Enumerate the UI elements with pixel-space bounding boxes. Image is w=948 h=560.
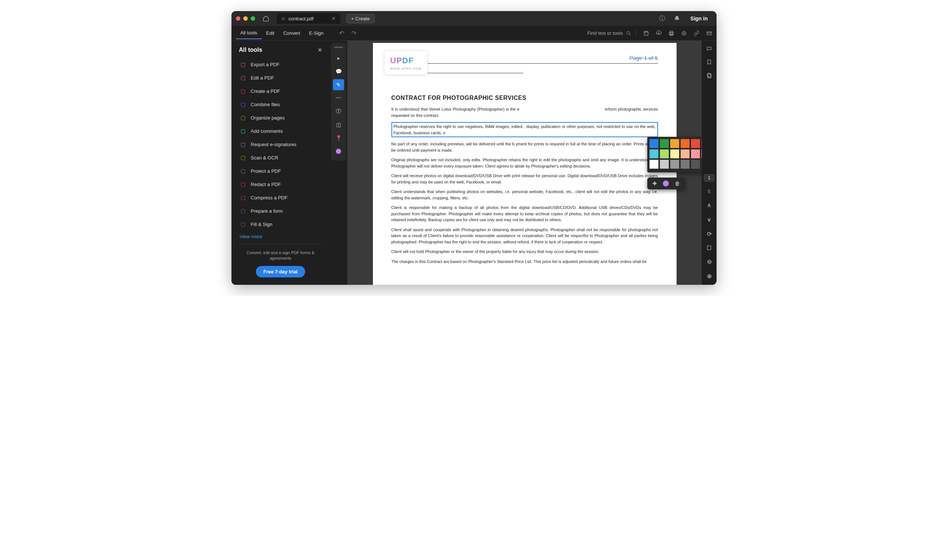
notifications-icon[interactable]: 🔔︎: [674, 15, 680, 22]
signin-button[interactable]: Sign in: [690, 15, 708, 22]
tool-item[interactable]: ▢Combine files: [236, 98, 325, 111]
svg-rect-2: [670, 31, 673, 32]
select-tool[interactable]: ▸: [333, 52, 344, 64]
tool-item[interactable]: ▢Add comments: [236, 124, 325, 138]
tool-item[interactable]: ▢Edit a PDF: [236, 71, 325, 84]
color-swatch[interactable]: [660, 149, 669, 158]
tool-icon: ▢: [239, 74, 246, 81]
print-icon[interactable]: [669, 30, 674, 36]
tool-icon: ▢: [239, 88, 246, 94]
highlighted-text[interactable]: Photographer reserves the right to use n…: [391, 122, 658, 137]
annotation-popup: ✚ 🗑: [647, 177, 685, 189]
color-swatch[interactable]: [701, 149, 702, 158]
tool-icon: ▢: [239, 194, 246, 201]
bookmarks-panel-icon[interactable]: [706, 59, 712, 65]
current-color-icon[interactable]: [663, 180, 669, 186]
view-more-link[interactable]: View more: [236, 231, 325, 242]
color-swatch[interactable]: [660, 160, 669, 169]
save-icon[interactable]: [643, 30, 649, 36]
comment-tool[interactable]: 💬: [333, 66, 344, 77]
tool-item[interactable]: ▢Prepare a form: [236, 204, 325, 217]
tool-item[interactable]: ▢Redact a PDF: [236, 177, 325, 191]
menu-convert[interactable]: Convert: [279, 28, 305, 39]
create-button[interactable]: + Create: [346, 14, 375, 23]
highlight-tool[interactable]: ✎: [333, 79, 344, 90]
tool-item[interactable]: ▢Request e-signatures: [236, 138, 325, 151]
cloud-icon[interactable]: [656, 30, 662, 36]
add-comment-icon[interactable]: ✚: [653, 180, 657, 186]
tool-item[interactable]: ▢Compress a PDF: [236, 191, 325, 204]
text-tool[interactable]: Ⓣ: [333, 106, 344, 117]
share-icon[interactable]: [681, 30, 687, 36]
svg-rect-9: [707, 246, 711, 250]
tool-item[interactable]: ▢Protect a PDF: [236, 164, 325, 177]
total-pages: 5: [708, 189, 711, 194]
color-swatch[interactable]: [681, 160, 690, 169]
svg-point-0: [627, 31, 630, 34]
fit-width-icon[interactable]: [706, 245, 712, 251]
color-swatch[interactable]: [681, 149, 690, 158]
page-up-icon[interactable]: ∧: [707, 202, 711, 209]
pin-tool[interactable]: 📍: [333, 132, 344, 143]
sidebar-close-icon[interactable]: ✕: [318, 47, 322, 53]
current-page[interactable]: 1: [704, 174, 715, 182]
menu-alltools[interactable]: All tools: [236, 27, 262, 39]
color-swatch[interactable]: [650, 160, 658, 169]
menubar: All tools Edit Convert E-Sign ↶ ↷ Find t…: [232, 26, 716, 41]
color-swatch[interactable]: [691, 160, 700, 169]
menu-edit[interactable]: Edit: [262, 28, 279, 39]
maximize-window-icon[interactable]: [251, 16, 255, 21]
mail-icon[interactable]: [706, 30, 712, 36]
drag-handle-icon[interactable]: [334, 47, 343, 48]
redo-icon[interactable]: ↷: [351, 29, 356, 37]
minimize-window-icon[interactable]: [243, 16, 248, 21]
svg-rect-1: [644, 31, 648, 35]
annotation-toolbar: ▸ 💬 ✎ 〰 Ⓣ ◫ 📍: [331, 43, 346, 160]
color-swatch[interactable]: [691, 149, 700, 158]
promo-text: Convert, edit and e-sign PDF forms & agr…: [236, 246, 325, 266]
tool-item[interactable]: ▢Create a PDF: [236, 84, 325, 98]
color-indicator[interactable]: [333, 146, 344, 157]
menu-esign[interactable]: E-Sign: [304, 28, 328, 39]
rotate-icon[interactable]: ⟳: [707, 231, 712, 237]
close-window-icon[interactable]: [236, 16, 240, 21]
document-tab[interactable]: ☆ contract.pdf ✕: [276, 13, 340, 24]
draw-tool[interactable]: 〰: [333, 92, 344, 103]
document-area[interactable]: UPDF WWW.UPDF.COM Page 1 of 5 Date: CONT…: [347, 41, 702, 285]
tool-item[interactable]: ▢Organize pages: [236, 111, 325, 124]
svg-rect-4: [670, 34, 673, 35]
close-tab-icon[interactable]: ✕: [332, 15, 336, 22]
search-box[interactable]: Find text or tools: [587, 30, 632, 36]
color-swatch[interactable]: [670, 160, 679, 169]
home-icon[interactable]: [262, 15, 269, 22]
color-swatch[interactable]: [670, 149, 679, 158]
trial-button[interactable]: Free 7-day trial: [256, 266, 305, 277]
eraser-tool[interactable]: ◫: [333, 119, 344, 130]
delete-icon[interactable]: 🗑: [675, 180, 680, 186]
tool-icon: ▢: [239, 221, 246, 228]
undo-icon[interactable]: ↶: [339, 29, 344, 37]
color-swatch[interactable]: [650, 139, 658, 148]
right-panel: 1 5 ∧ ∨ ⟳ ⊖ ⊕: [702, 41, 716, 285]
tool-item[interactable]: ▢Fill & Sign: [236, 217, 325, 231]
app-window: ☆ contract.pdf ✕ + Create ⓘ 🔔︎ Sign in A…: [232, 11, 716, 285]
zoom-in-icon[interactable]: ⊕: [707, 272, 712, 280]
sidebar: All tools ✕ ▢Export a PDF▢Edit a PDF▢Cre…: [232, 41, 330, 285]
pdf-page: UPDF WWW.UPDF.COM Page 1 of 5 Date: CONT…: [373, 43, 676, 285]
help-icon[interactable]: ⓘ: [659, 15, 665, 23]
page-down-icon[interactable]: ∨: [707, 216, 711, 223]
comments-panel-icon[interactable]: [706, 46, 712, 52]
zoom-out-icon[interactable]: ⊖: [707, 258, 712, 265]
color-swatch[interactable]: [681, 139, 690, 148]
color-swatch[interactable]: [701, 160, 702, 169]
color-swatch[interactable]: [701, 139, 702, 148]
tool-item[interactable]: ▢Export a PDF: [236, 58, 325, 71]
color-swatch[interactable]: [670, 139, 679, 148]
tool-item[interactable]: ▢Scan & OCR: [236, 151, 325, 164]
link-icon[interactable]: [693, 30, 699, 36]
color-swatch[interactable]: [650, 149, 658, 158]
pages-panel-icon[interactable]: [706, 72, 712, 78]
color-picker-popup: ✓: [647, 137, 702, 172]
color-swatch[interactable]: [691, 139, 700, 148]
color-swatch[interactable]: [660, 139, 669, 148]
